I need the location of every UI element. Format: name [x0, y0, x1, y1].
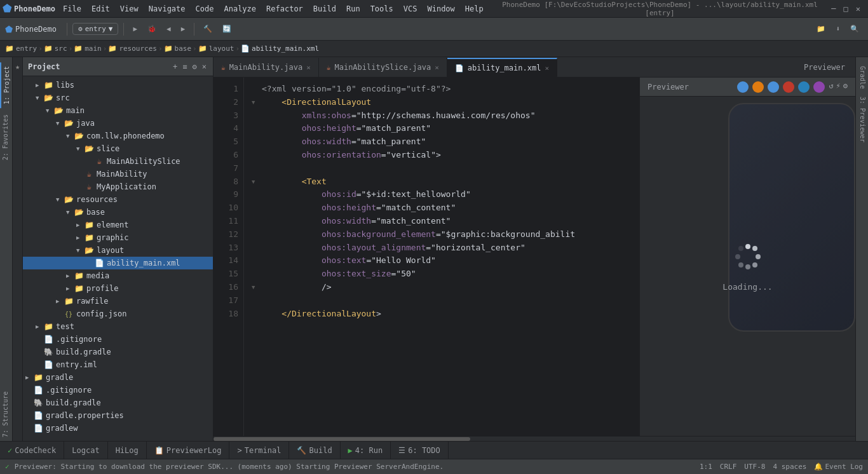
tab-close-btn-3[interactable]: × — [545, 64, 549, 72]
opera-btn[interactable] — [768, 81, 779, 93]
filter-btn[interactable]: ⚡ — [836, 81, 841, 93]
menu-item-build[interactable]: Build — [308, 3, 341, 15]
ie-btn[interactable] — [783, 81, 794, 93]
code-line[interactable]: ohos:text_size="50" — [252, 267, 632, 281]
breadcrumb-item[interactable]: 📁 main — [74, 44, 102, 53]
tree-item-_gitignore[interactable]: 📄.gitignore — [23, 333, 213, 346]
tree-item-src[interactable]: ▼📂src — [23, 91, 213, 104]
tree-item-resources[interactable]: ▼📂resources — [23, 193, 213, 206]
minimize-btn[interactable]: ─ — [831, 4, 836, 13]
refresh-previewer-btn[interactable]: ↺ — [829, 81, 833, 93]
settings-btn[interactable]: ⚙ — [191, 61, 198, 72]
indent[interactable]: 4 spaces — [773, 463, 806, 471]
close-panel-btn[interactable]: × — [201, 61, 208, 72]
tree-item-gradlew[interactable]: 📄gradlew — [23, 422, 213, 435]
code-line[interactable]: ohos:height="match_parent" — [252, 122, 632, 135]
breadcrumb-item[interactable]: 📁 layout — [198, 44, 234, 53]
tree-item-com_llw_phonedemo[interactable]: ▼📂com.llw.phonedemo — [23, 130, 213, 142]
firefox-btn[interactable] — [752, 81, 764, 93]
line-endings[interactable]: CRLF — [720, 463, 737, 471]
file-btn[interactable]: 📁 — [813, 23, 829, 35]
fold-gutter[interactable]: ▼ — [252, 177, 262, 186]
new-file-btn[interactable]: + — [172, 61, 179, 72]
tree-item-layout[interactable]: ▼📂layout — [23, 244, 213, 257]
menu-item-code[interactable]: Code — [191, 3, 219, 15]
menu-item-navigate[interactable]: Navigate — [144, 3, 191, 15]
tab-run[interactable]: ▶ 4: Run — [341, 442, 391, 459]
forward-btn[interactable]: ▶ — [177, 23, 189, 35]
code-line[interactable]: ▼ /> — [252, 281, 632, 294]
code-line[interactable]: <?xml version="1.0" encoding="utf-8"?> — [252, 83, 632, 96]
tree-item-main[interactable]: ▼📂main — [23, 104, 213, 117]
fold-gutter[interactable]: ▼ — [252, 98, 262, 107]
collapse-tree-btn[interactable]: ≡ — [181, 61, 188, 72]
tree-item-base[interactable]: ▼📂base — [23, 206, 213, 219]
entry-selector[interactable]: ⚙ entry ▼ — [72, 23, 118, 35]
tab-previewerlog[interactable]: 📋 PreviewerLog — [147, 442, 230, 459]
tree-item-slice[interactable]: ▼📂slice — [23, 142, 213, 155]
tab-terminal[interactable]: > Terminal — [229, 442, 289, 459]
fold-gutter[interactable]: ▼ — [252, 283, 262, 292]
tree-item-entry_iml[interactable]: 📄entry.iml — [23, 358, 213, 371]
safari-btn[interactable] — [813, 81, 825, 93]
code-line[interactable]: ohos:id="$+id:text_helloworld" — [252, 188, 632, 201]
breadcrumb-item[interactable]: 📁 entry — [5, 44, 37, 53]
breadcrumb-item[interactable]: 📁 resources — [108, 44, 157, 53]
tree-item-libs[interactable]: ▶📁libs — [23, 79, 213, 91]
menu-item-analyze[interactable]: Analyze — [219, 3, 261, 15]
tree-item-graphic[interactable]: ▶📁graphic — [23, 231, 213, 244]
code-line[interactable]: xmlns:ohos="http://schemas.huawei.com/re… — [252, 109, 632, 123]
tree-item-profile[interactable]: ▶📁profile — [23, 282, 213, 295]
breadcrumb-item-active[interactable]: 📄 ability_main.xml — [241, 44, 319, 53]
code-line[interactable]: ohos:width="match_content" — [252, 215, 632, 228]
tab-project[interactable]: 1: Project — [0, 62, 12, 108]
code-line[interactable]: </DirectionalLayout> — [252, 308, 632, 321]
caret-position[interactable]: 1:1 — [700, 463, 712, 471]
tree-item-media[interactable]: ▶📁media — [23, 269, 213, 282]
tab-build[interactable]: 🔨 Build — [289, 442, 340, 459]
menu-item-edit[interactable]: Edit — [86, 3, 115, 15]
code-line[interactable]: ohos:layout_alignment="horizontal_center… — [252, 241, 632, 255]
code-line[interactable] — [252, 294, 632, 308]
menu-item-run[interactable]: Run — [341, 3, 365, 15]
tree-item-gradle_properties[interactable]: 📄gradle.properties — [23, 409, 213, 422]
tab-hilog[interactable]: HiLog — [108, 442, 147, 459]
tree-item-test[interactable]: ▶📁test — [23, 320, 213, 333]
maximize-btn[interactable]: □ — [844, 4, 848, 13]
scrollbar-thumb[interactable] — [214, 437, 470, 441]
tree-item-myapplication[interactable]: ☕MyApplication — [23, 180, 213, 193]
code-line[interactable]: ohos:width="match_parent" — [252, 135, 632, 149]
tab-close-btn[interactable]: × — [306, 64, 311, 72]
tree-item-ability_main_xml[interactable]: 📄ability_main.xml — [23, 257, 213, 269]
back-btn[interactable]: ◀ — [163, 23, 175, 35]
code-line[interactable]: ohos:background_element="$graphic:backgr… — [252, 228, 632, 241]
tab-favorites[interactable]: 2: Favorites — [0, 111, 12, 164]
code-line[interactable]: ohos:text="Hello World" — [252, 254, 632, 267]
menu-item-view[interactable]: View — [115, 3, 144, 15]
code-line[interactable] — [252, 162, 632, 175]
menu-item-help[interactable]: Help — [460, 3, 489, 15]
tab-todo[interactable]: ☰ 6: TODO — [391, 442, 449, 459]
tree-item-mainability[interactable]: ☕MainAbility — [23, 168, 213, 180]
tree-item-mainabilityslice[interactable]: ☕MainAbilitySlice — [23, 155, 213, 168]
tree-item-_gitignore[interactable]: 📄.gitignore — [23, 384, 213, 396]
tab-logcat[interactable]: Logcat — [64, 442, 107, 459]
tab-codecheck[interactable]: ✓ CodeCheck — [0, 442, 64, 459]
tree-item-build_gradle[interactable]: 🐘build.gradle — [23, 396, 213, 409]
tab-close-btn-2[interactable]: × — [435, 64, 439, 72]
tab-structure[interactable]: 7: Structure — [0, 388, 12, 441]
collapse-btn[interactable]: ⬇ — [832, 23, 844, 35]
menu-item-tools[interactable]: Tools — [365, 3, 398, 15]
debug-btn[interactable]: 🐞 — [144, 23, 160, 35]
close-btn[interactable]: ✕ — [856, 4, 860, 13]
code-line[interactable]: ohos:orientation="vertical"> — [252, 149, 632, 162]
breadcrumb-item[interactable]: 📁 base — [164, 44, 192, 53]
search-btn[interactable]: 🔍 — [846, 23, 863, 35]
menu-item-file[interactable]: File — [58, 3, 86, 15]
tree-item-gradle[interactable]: ▶📁gradle — [23, 371, 213, 384]
chrome-btn[interactable] — [737, 81, 749, 93]
tree-item-java[interactable]: ▼📂java — [23, 117, 213, 130]
run-btn[interactable]: ▶ — [129, 23, 141, 35]
event-log[interactable]: 🔔 Event Log — [814, 463, 863, 471]
menu-item-window[interactable]: Window — [422, 3, 459, 15]
